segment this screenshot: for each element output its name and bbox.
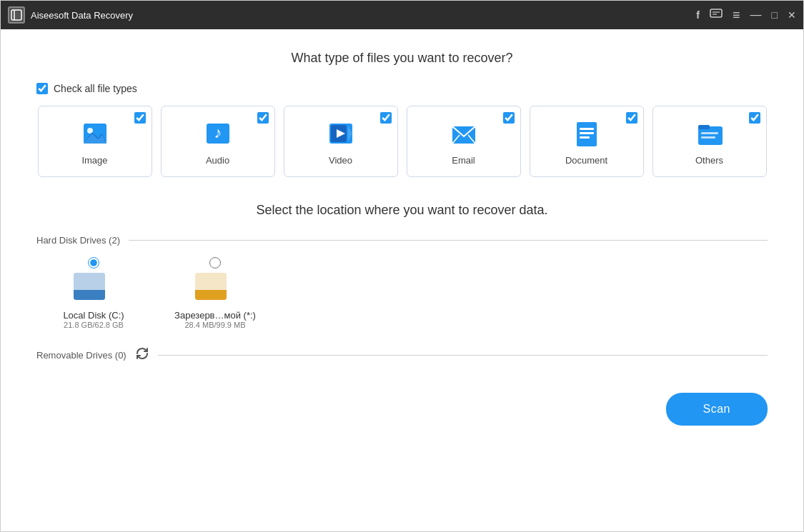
- image-label: Image: [81, 155, 107, 166]
- removable-drives-line: [158, 355, 768, 356]
- audio-icon: ♪: [202, 118, 234, 149]
- file-type-card-others[interactable]: Others: [652, 106, 767, 177]
- video-icon: [325, 118, 357, 149]
- facebook-icon[interactable]: f: [696, 10, 700, 20]
- others-checkbox[interactable]: [749, 112, 760, 124]
- svg-rect-21: [580, 136, 590, 139]
- drives-list: Local Disk (C:) 21.8 GB/62.8 GB: [36, 257, 768, 329]
- check-all-checkbox[interactable]: [36, 83, 48, 94]
- file-types-grid: Image ♪ Audio: [36, 106, 768, 177]
- drive-c-icon-container: [74, 273, 114, 307]
- audio-label: Audio: [206, 155, 229, 166]
- window-controls: f ≡ — □ ✕: [696, 9, 796, 22]
- window-title: Aiseesoft Data Recovery: [31, 10, 696, 21]
- drive-c-name: Local Disk (C:): [63, 310, 124, 321]
- close-icon[interactable]: ✕: [788, 10, 796, 20]
- svg-rect-23: [698, 125, 710, 129]
- file-type-card-audio[interactable]: ♪ Audio: [161, 106, 275, 177]
- image-checkbox[interactable]: [134, 112, 146, 124]
- hard-disk-drives-section: Hard Disk Drives (2): [36, 235, 768, 329]
- svg-rect-24: [701, 132, 718, 134]
- drive-reserved[interactable]: Зарезерв…мой (*:) 28.4 MB/99.9 MB: [165, 257, 265, 329]
- drive-reserved-radio-row: [209, 257, 221, 268]
- file-type-card-document[interactable]: Document: [530, 106, 644, 177]
- check-all-row: Check all file types: [36, 83, 768, 94]
- svg-rect-0: [11, 10, 21, 20]
- refresh-button[interactable]: [135, 346, 149, 364]
- hard-disk-drives-header: Hard Disk Drives (2): [36, 235, 768, 246]
- email-label: Email: [452, 155, 475, 166]
- removable-drives-header: Removable Drives (0): [36, 346, 768, 364]
- file-type-card-image[interactable]: Image: [38, 106, 152, 177]
- menu-icon[interactable]: ≡: [733, 9, 740, 21]
- scan-button-row: Scan: [36, 381, 768, 433]
- svg-rect-25: [701, 136, 715, 139]
- document-icon: [571, 118, 602, 149]
- titlebar: Aiseesoft Data Recovery f ≡ — □ ✕: [1, 1, 803, 29]
- svg-text:♪: ♪: [214, 124, 222, 141]
- hard-disk-drives-line: [129, 240, 768, 241]
- drive-c-body: [74, 273, 105, 300]
- others-icon: [694, 118, 725, 149]
- removable-drives-section: Removable Drives (0): [36, 346, 768, 364]
- drive-reserved-size: 28.4 MB/99.9 MB: [185, 321, 246, 329]
- svg-rect-20: [580, 132, 594, 134]
- main-window: Aiseesoft Data Recovery f ≡ — □ ✕ What t…: [0, 0, 804, 532]
- chat-icon[interactable]: [710, 9, 723, 22]
- main-content: What type of files you want to recover? …: [1, 29, 803, 531]
- audio-checkbox[interactable]: [257, 112, 269, 124]
- drive-reserved-icon-container: [195, 273, 235, 307]
- drive-c[interactable]: Local Disk (C:) 21.8 GB/62.8 GB: [44, 257, 144, 329]
- removable-drives-label: Removable Drives (0): [36, 350, 126, 361]
- drive-reserved-body: [195, 273, 227, 300]
- file-type-question: What type of files you want to recover?: [36, 51, 768, 66]
- svg-rect-19: [580, 128, 594, 130]
- document-checkbox[interactable]: [626, 112, 637, 124]
- email-checkbox[interactable]: [503, 112, 515, 124]
- drive-c-size: 21.8 GB/62.8 GB: [64, 321, 124, 329]
- file-type-section: What type of files you want to recover? …: [36, 51, 768, 177]
- document-label: Document: [565, 155, 607, 166]
- video-checkbox[interactable]: [380, 112, 392, 124]
- svg-rect-2: [710, 9, 722, 17]
- image-icon: [79, 118, 111, 149]
- scan-button[interactable]: Scan: [666, 393, 768, 426]
- drive-reserved-icon: [195, 273, 229, 303]
- drive-c-radio[interactable]: [88, 257, 99, 268]
- drive-reserved-radio[interactable]: [209, 257, 221, 268]
- app-icon: [8, 6, 25, 24]
- drive-c-radio-row: [88, 257, 99, 268]
- email-icon: [448, 118, 480, 149]
- check-all-label[interactable]: Check all file types: [54, 83, 137, 94]
- location-section: Select the location where you want to re…: [36, 203, 768, 364]
- video-label: Video: [329, 155, 352, 166]
- maximize-icon[interactable]: □: [772, 10, 778, 20]
- drive-reserved-name: Зарезерв…мой (*:): [174, 310, 256, 321]
- others-label: Others: [695, 155, 723, 166]
- file-type-card-video[interactable]: Video: [284, 106, 398, 177]
- hard-disk-drives-label: Hard Disk Drives (2): [36, 235, 120, 246]
- file-type-card-email[interactable]: Email: [407, 106, 521, 177]
- drive-c-icon: [74, 273, 108, 303]
- location-question: Select the location where you want to re…: [36, 203, 768, 218]
- minimize-icon[interactable]: —: [750, 9, 762, 21]
